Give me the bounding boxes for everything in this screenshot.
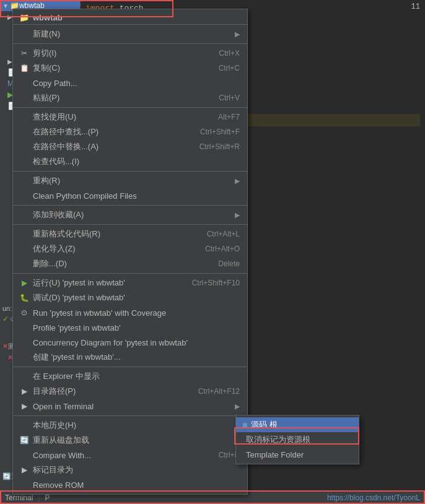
ctx-item-remove-rom-left: Remove ROM <box>19 480 84 490</box>
ctx-item-mark-dir[interactable]: ▶ 标记目录为 <box>13 463 247 477</box>
ctx-item-reformat[interactable]: 重新格式化代码(R) Ctrl+Alt+L <box>13 227 247 241</box>
ctx-label-open-terminal: Open in Terminal <box>33 402 94 411</box>
ctx-label-concurrency: Concurrency Diagram for 'pytest in wbwta… <box>33 338 188 347</box>
submenu-source: ■ 源码 根 取消标记为资源根 Template Folder <box>235 415 359 464</box>
ctx-item-concurrency-left: Concurrency Diagram for 'pytest in wbwta… <box>19 338 188 347</box>
ctx-item-clean-left: Clean Python Compiled Files <box>19 191 137 201</box>
ctx-item-profile[interactable]: Profile 'pytest in wbwtab' <box>13 320 247 335</box>
ctx-shortcut-optimize: Ctrl+Alt+O <box>205 245 240 253</box>
ctx-divider-7 <box>13 367 247 367</box>
ctx-item-cut-left: ✂ 剪切(I) <box>19 48 56 59</box>
ctx-item-local-history[interactable]: 本地历史(H) <box>13 418 247 433</box>
ctx-label-clean: Clean Python Compiled Files <box>33 191 137 201</box>
debug-icon: 🐛 <box>19 293 29 302</box>
cut-icon: ✂ <box>19 49 29 58</box>
ctx-item-refactor[interactable]: 重构(R) ▶ <box>13 173 247 188</box>
ctx-item-replace-path[interactable]: 在路径中替换...(A) Ctrl+Shift+R <box>13 139 247 154</box>
ctx-label-optimize: 优化导入(Z) <box>33 243 76 254</box>
ctx-shortcut-dir-path: Ctrl+Alt+F12 <box>198 387 240 396</box>
terminal-icon: ▶ <box>19 402 29 411</box>
ctx-arrow-refactor: ▶ <box>235 177 240 185</box>
ctx-item-copy-path-left: Copy Path... <box>19 79 77 88</box>
ctx-divider-1 <box>13 43 247 44</box>
copy-icon: 📋 <box>19 64 29 72</box>
ctx-item-find-usage-left: 查找使用(U) <box>19 111 76 123</box>
ctx-item-cut[interactable]: ✂ 剪切(I) Ctrl+X <box>13 46 247 61</box>
ctx-item-xinjian-left: 新建(N) <box>19 28 60 40</box>
ctx-item-paste-left: 粘贴(P) <box>19 92 59 103</box>
ctx-label-copy-path: Copy Path... <box>33 79 77 88</box>
ctx-arrow-add-fav: ▶ <box>235 211 240 219</box>
ctx-label-copy: 复制(C) <box>33 63 60 74</box>
ctx-label-create-run: 创建 'pytest in wbwtab'... <box>33 352 121 363</box>
ctx-shortcut-delete: Delete <box>218 259 240 268</box>
ctx-item-show-explorer[interactable]: 在 Explorer 中显示 <box>13 369 247 384</box>
ctx-item-concurrency[interactable]: Concurrency Diagram for 'pytest in wbwta… <box>13 335 247 350</box>
ctx-label-local-history: 本地历史(H) <box>33 420 76 431</box>
ctx-item-run[interactable]: ▶ 运行(U) 'pytest in wbwtab' Ctrl+Shift+F1… <box>13 276 247 290</box>
ctx-item-xinjian[interactable]: 新建(N) ▶ <box>13 27 247 41</box>
ctx-shortcut-find-usage: Alt+F7 <box>218 113 240 121</box>
ctx-item-clean[interactable]: Clean Python Compiled Files <box>13 188 247 203</box>
ctx-arrow-terminal: ▶ <box>235 402 240 411</box>
ctx-item-add-fav-left: 添加到收藏(A) <box>19 209 84 220</box>
ctx-item-open-terminal[interactable]: ▶ Open in Terminal ▶ <box>13 399 247 414</box>
ctx-label-run-coverage: Run 'pytest in wbwtab' with Coverage <box>33 308 166 318</box>
ctx-label-remove-rom: Remove ROM <box>33 480 84 490</box>
ctx-item-copy-path[interactable]: Copy Path... <box>13 76 247 90</box>
ctx-item-show-explorer-left: 在 Explorer 中显示 <box>19 371 100 382</box>
mark-dir-icon: ▶ <box>19 466 29 474</box>
ctx-shortcut-copy: Ctrl+C <box>219 64 240 72</box>
submenu-item-template-folder[interactable]: Template Folder <box>236 447 359 462</box>
ctx-shortcut-reformat: Ctrl+Alt+L <box>207 230 240 238</box>
ctx-item-find-usage[interactable]: 查找使用(U) Alt+F7 <box>13 110 247 124</box>
ctx-item-remove-rom[interactable]: Remove ROM <box>13 477 247 492</box>
ctx-divider-8 <box>13 415 247 416</box>
ctx-label-delete: 删除...(D) <box>33 258 67 269</box>
ctx-label-dir-path: 目录路径(P) <box>33 386 76 397</box>
ctx-item-open-terminal-left: ▶ Open in Terminal <box>19 402 94 411</box>
ctx-item-optimize-left: 优化导入(Z) <box>19 243 76 254</box>
ctx-item-debug[interactable]: 🐛 调试(D) 'pytest in wbwtab' <box>13 290 247 305</box>
ctx-divider-3 <box>13 171 247 172</box>
ctx-label-mark-dir: 标记目录为 <box>33 464 73 476</box>
ctx-label-find-usage: 查找使用(U) <box>33 111 76 123</box>
ctx-label-inspect: 检查代码...(I) <box>33 156 79 167</box>
ctx-shortcut-paste: Ctrl+V <box>219 93 240 102</box>
ctx-item-delete-left: 删除...(D) <box>19 258 67 269</box>
submenu-item-source-root[interactable]: ■ 源码 根 <box>236 417 359 432</box>
ctx-item-reload[interactable]: 🔄 重新从磁盘加载 <box>13 433 247 448</box>
ctx-label-paste: 粘贴(P) <box>33 92 59 103</box>
coverage-icon: ⊙ <box>19 308 29 317</box>
ctx-item-debug-left: 🐛 调试(D) 'pytest in wbwtab' <box>19 292 125 303</box>
context-menu-header: 📁 wbwtab <box>13 11 247 25</box>
ctx-item-create-run-left: 创建 'pytest in wbwtab'... <box>19 352 121 363</box>
dir-path-icon: ▶ <box>19 387 29 396</box>
ctx-label-replace-path: 在路径中替换...(A) <box>33 141 99 152</box>
submenu-label-cancel-mark: 取消标记为资源根 <box>246 434 310 445</box>
ctx-shortcut-replace-path: Ctrl+Shift+R <box>199 142 240 151</box>
ctx-item-inspect[interactable]: 检查代码...(I) <box>13 154 247 169</box>
ctx-item-copy[interactable]: 📋 复制(C) Ctrl+C <box>13 61 247 76</box>
ctx-item-add-fav[interactable]: 添加到收藏(A) ▶ <box>13 207 247 222</box>
ctx-item-optimize[interactable]: 优化导入(Z) Ctrl+Alt+O <box>13 241 247 256</box>
ctx-label-cut: 剪切(I) <box>33 48 56 59</box>
ctx-item-compare[interactable]: Compare With... Ctrl+D <box>13 448 247 463</box>
ctx-item-delete[interactable]: 删除...(D) Delete <box>13 256 247 271</box>
ctx-item-compare-left: Compare With... <box>19 451 91 460</box>
ide-background: ▼ 📁 wbwtab ▶ 📁 wqa ▶ 📁 c 📁 c 🐍 r ▶ 📁 i <box>0 0 425 504</box>
submenu-item-cancel-mark[interactable]: 取消标记为资源根 <box>236 432 359 447</box>
ctx-item-mark-dir-left: ▶ 标记目录为 <box>19 464 73 476</box>
ctx-item-paste[interactable]: 粘贴(P) Ctrl+V <box>13 90 247 105</box>
ctx-label-add-fav: 添加到收藏(A) <box>33 209 84 220</box>
ctx-item-run-coverage[interactable]: ⊙ Run 'pytest in wbwtab' with Coverage <box>13 305 247 320</box>
run-icon: ▶ <box>19 279 29 287</box>
ctx-item-dir-path[interactable]: ▶ 目录路径(P) Ctrl+Alt+F12 <box>13 384 247 399</box>
ctx-item-run-left: ▶ 运行(U) 'pytest in wbwtab' <box>19 277 125 289</box>
ctx-item-create-run[interactable]: 创建 'pytest in wbwtab'... <box>13 350 247 365</box>
ctx-item-find-path[interactable]: 在路径中查找...(P) Ctrl+Shift+F <box>13 124 247 139</box>
ctx-label-run: 运行(U) 'pytest in wbwtab' <box>33 277 125 289</box>
ctx-label-refactor: 重构(R) <box>33 175 60 186</box>
ctx-item-profile-left: Profile 'pytest in wbwtab' <box>19 323 121 332</box>
ctx-label-reformat: 重新格式化代码(R) <box>33 228 100 240</box>
